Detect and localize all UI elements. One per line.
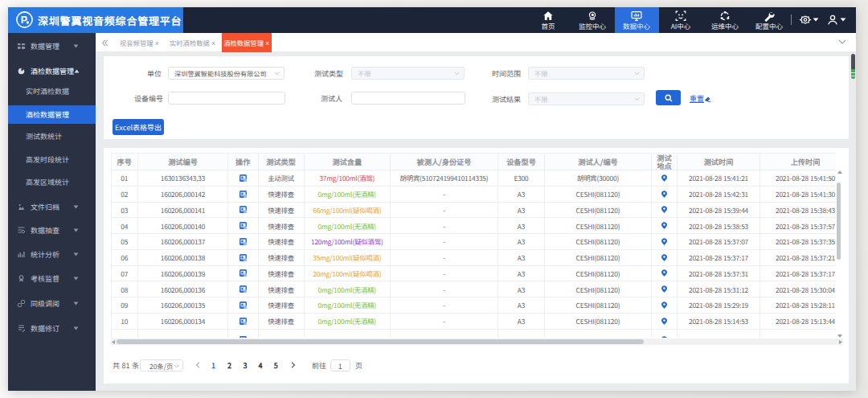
svg-text:P: P — [21, 14, 27, 26]
